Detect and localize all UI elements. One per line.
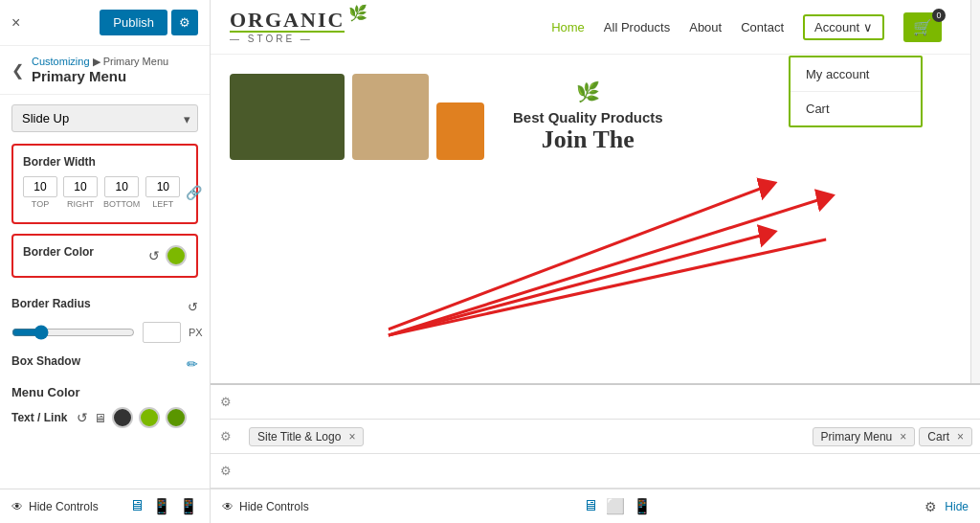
border-bottom-input[interactable]: 10 [104, 176, 139, 197]
nav-all-products[interactable]: All Products [604, 20, 670, 34]
nav-contact[interactable]: Contact [741, 20, 784, 34]
border-width-label: Border Width [23, 155, 187, 169]
gear-icon-right[interactable]: ⚙ [924, 499, 937, 514]
tablet-icon[interactable]: 📱 [152, 497, 171, 515]
account-dropdown: My account Cart [789, 56, 923, 127]
hide-controls-button[interactable]: 👁 Hide Controls [11, 500, 99, 513]
border-radius-slider[interactable] [11, 325, 135, 340]
cart-chip[interactable]: Cart × [919, 427, 972, 446]
close-button[interactable]: × [11, 14, 20, 32]
menu-color-label: Menu Color [0, 381, 210, 403]
text-link-reset[interactable]: ↺ [77, 410, 88, 425]
text-color-dot[interactable] [112, 407, 133, 428]
publish-area: Publish ⚙ [100, 10, 198, 35]
svg-line-1 [389, 239, 826, 335]
desktop-icon-right[interactable]: 🖥 [583, 497, 598, 515]
border-radius-section: Border Radius ↺ PX [0, 297, 210, 351]
site-logo: ORGANIC — STORE — 🌿 [230, 10, 368, 44]
reset-color-icon[interactable]: ↺ [148, 248, 160, 263]
desktop-icon[interactable]: 🖥 [129, 497, 145, 515]
hide-controls-right[interactable]: 👁 Hide Controls [222, 500, 309, 513]
back-arrow-icon[interactable]: ❮ [11, 61, 24, 80]
eye-icon-right: 👁 [222, 500, 234, 513]
tablet-icon-right[interactable]: ⬜ [606, 497, 625, 515]
cart-button[interactable]: 🛒 0 [903, 12, 942, 42]
border-top-group: 10 TOP [23, 176, 57, 209]
builder-row-3-icon[interactable]: ⚙ [211, 456, 241, 486]
bottom-builder: ⚙ ⚙ Site Title & Logo × Primary Menu × [211, 383, 980, 489]
publish-button[interactable]: Publish [100, 10, 167, 35]
border-bottom-group: 10 BOTTOM [103, 176, 140, 209]
builder-row-1-icon[interactable]: ⚙ [211, 387, 241, 417]
svg-line-4 [389, 234, 768, 335]
text-link-row: Text / Link ↺ 🖥 [0, 403, 210, 432]
site-title-chip-remove[interactable]: × [348, 430, 355, 443]
settings-button[interactable]: ⚙ [171, 10, 198, 35]
hero-leaf-icon: 🌿 [513, 80, 663, 103]
hero-img-dark [230, 74, 345, 160]
box-shadow-label: Box Shadow [11, 354, 80, 368]
link-color-dot[interactable] [139, 407, 160, 428]
border-color-section: Border Color ↺ [11, 234, 198, 278]
link-dimensions-icon[interactable]: 🔗 [186, 185, 202, 200]
builder-row-3-content [241, 466, 980, 477]
border-radius-label: Border Radius [11, 297, 91, 310]
border-top-input[interactable]: 10 [23, 176, 57, 197]
logo-organic: ORGANIC [230, 10, 345, 31]
border-color-swatch[interactable] [166, 245, 187, 266]
sidebar-nav: ❮ Customizing ▶ Primary Menu Primary Men… [0, 46, 210, 95]
hide-controls-right-label: Hide Controls [239, 500, 309, 513]
bottom-right-actions: ⚙ Hide [924, 499, 969, 514]
breadcrumb-link[interactable]: Customizing [32, 56, 90, 67]
box-shadow-edit-icon[interactable]: ✏ [187, 356, 198, 372]
border-width-inputs: 10 TOP 10 RIGHT 10 BOTTOM 10 LEFT [23, 176, 187, 209]
hide-controls-label: Hide Controls [29, 500, 99, 513]
phone-icon-right[interactable]: 📱 [633, 497, 652, 515]
nav-account[interactable]: Account ∨ [803, 14, 884, 40]
website-preview: ✏ ✏ ORGANIC — STORE — 🌿 [211, 0, 980, 383]
nav-home[interactable]: Home [551, 20, 585, 34]
hero-heading: Join The [513, 125, 663, 154]
sidebar-header: × Publish ⚙ [0, 0, 210, 46]
border-color-controls: ↺ [148, 245, 187, 266]
bottom-control-bar: 👁 Hide Controls 🖥 ⬜ 📱 ⚙ Hide [211, 489, 980, 523]
phone-icon[interactable]: 📱 [179, 497, 198, 515]
site-title-chip-label: Site Title & Logo [257, 430, 341, 443]
preview-area: ✏ ✏ ORGANIC — STORE — 🌿 [211, 0, 980, 383]
cart-wrapper: 🛒 0 [903, 12, 942, 42]
site-title-chip[interactable]: Site Title & Logo × [249, 427, 364, 446]
cart-chip-label: Cart [927, 430, 949, 443]
site-nav: Home All Products About Contact Account … [396, 12, 942, 42]
monitor-device-icon[interactable]: 🖥 [94, 411, 106, 425]
dropdown-cart[interactable]: Cart [791, 92, 921, 125]
border-left-label: LEFT [152, 199, 173, 209]
border-color-label: Border Color [23, 245, 94, 259]
builder-row-3: ⚙ [211, 454, 980, 489]
svg-line-3 [389, 186, 768, 330]
border-left-input[interactable]: 10 [145, 176, 180, 197]
border-radius-range: PX [11, 322, 198, 343]
breadcrumb-child: Primary Menu [103, 56, 168, 67]
preview-scrollbar[interactable] [970, 0, 980, 383]
eye-icon: 👁 [11, 500, 23, 513]
nav-about[interactable]: About [689, 20, 722, 34]
site-header: ORGANIC — STORE — 🌿 Home All Products Ab… [211, 0, 980, 55]
border-radius-input[interactable] [143, 322, 181, 343]
primary-menu-chip[interactable]: Primary Menu × [813, 427, 916, 446]
account-label: Account [814, 20, 859, 34]
border-radius-reset[interactable]: ↺ [188, 300, 198, 314]
border-right-input[interactable]: 10 [63, 176, 98, 197]
border-left-group: 10 LEFT [145, 176, 180, 209]
animation-select-wrapper: Slide Up [11, 104, 198, 132]
svg-line-0 [389, 197, 826, 335]
builder-row-2-icon[interactable]: ⚙ [211, 421, 241, 451]
cart-chip-remove[interactable]: × [957, 430, 964, 443]
border-width-section: Border Width 10 TOP 10 RIGHT 10 BOTTOM [11, 144, 198, 224]
device-icons-right: 🖥 ⬜ 📱 [583, 497, 652, 515]
animation-select[interactable]: Slide Up [11, 104, 198, 132]
hide-right-label[interactable]: Hide [945, 500, 969, 513]
link-hover-color-dot[interactable] [166, 407, 187, 428]
primary-menu-chip-remove[interactable]: × [900, 430, 906, 443]
dropdown-my-account[interactable]: My account [791, 57, 921, 92]
sidebar: × Publish ⚙ ❮ Customizing ▶ Primary Menu… [0, 0, 211, 523]
